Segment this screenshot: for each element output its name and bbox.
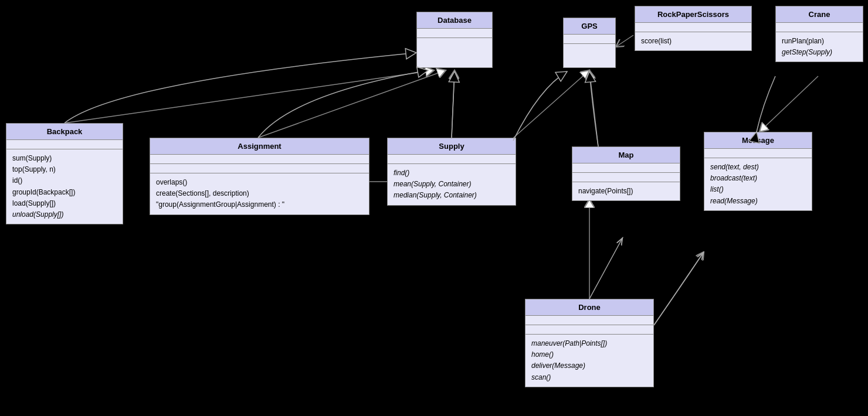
method-top: top(Supply, n) [12, 164, 117, 175]
method-unload: unload(Supply[]) [12, 209, 117, 220]
method-find: find() [394, 168, 510, 179]
method-scan: scan() [531, 372, 647, 383]
svg-line-6 [654, 252, 704, 325]
class-backpack-header: Backpack [6, 124, 123, 140]
svg-line-4 [589, 70, 598, 146]
class-assignment-methods: overlaps() create(Sections[], descriptio… [150, 173, 369, 214]
method-list: list() [710, 184, 806, 195]
svg-line-3 [510, 70, 589, 141]
svg-line-1 [258, 70, 446, 138]
class-rps: RockPaperScissors score(list) [635, 6, 752, 51]
class-map: Map navigate(Points[]) [572, 146, 680, 201]
method-send: send(text, dest) [710, 162, 806, 173]
class-crane-methods: runPlan(plan) getStep(Supply) [776, 32, 863, 62]
class-message: Message send(text, dest) broadcast(text)… [704, 132, 812, 211]
class-rps-header: RockPaperScissors [635, 6, 751, 23]
method-groupid: groupId(Backpack[]) [12, 187, 117, 198]
svg-line-2 [452, 70, 455, 138]
svg-line-7 [760, 76, 818, 132]
class-assignment: Assignment overlaps() create(Sections[],… [150, 138, 369, 215]
class-drone-methods: maneuver(Path|Points[]) home() deliver(M… [525, 335, 653, 387]
method-home: home() [531, 349, 647, 360]
method-load: load(Supply[]) [12, 198, 117, 209]
method-runplan: runPlan(plan) [782, 36, 857, 47]
class-message-header: Message [704, 132, 812, 149]
method-sum: sum(Supply) [12, 153, 117, 164]
class-map-methods: navigate(Points[]) [572, 182, 680, 200]
method-median: median(Supply, Container) [394, 190, 510, 201]
method-overlaps: overlaps() [156, 177, 363, 188]
class-message-methods: send(text, dest) broadcast(text) list() … [704, 158, 812, 210]
class-drone: Drone maneuver(Path|Points[]) home() del… [525, 299, 654, 387]
method-score: score(list) [641, 36, 745, 47]
class-gps: GPS [563, 18, 616, 68]
class-supply: Supply find() mean(Supply, Container) me… [387, 138, 516, 206]
class-backpack: Backpack sum(Supply) top(Supply, n) id()… [6, 123, 123, 224]
class-gps-header: GPS [564, 18, 615, 35]
svg-line-8 [616, 35, 633, 47]
method-read: read(Message) [710, 196, 806, 207]
class-drone-header: Drone [525, 299, 653, 316]
method-broadcast: broadcast(text) [710, 173, 806, 184]
class-crane: Crane runPlan(plan) getStep(Supply) [775, 6, 863, 62]
class-supply-methods: find() mean(Supply, Container) median(Su… [388, 164, 516, 205]
class-assignment-header: Assignment [150, 138, 369, 155]
svg-line-0 [65, 70, 434, 123]
method-mean: mean(Supply, Container) [394, 179, 510, 190]
class-backpack-methods: sum(Supply) top(Supply, n) id() groupId(… [6, 149, 123, 224]
method-getstep: getStep(Supply) [782, 47, 857, 58]
method-deliver: deliver(Message) [531, 360, 647, 371]
method-navigate: navigate(Points[]) [578, 186, 674, 197]
class-rps-methods: score(list) [635, 32, 751, 50]
class-crane-header: Crane [776, 6, 863, 23]
class-database: Database [416, 12, 493, 68]
method-create: create(Sections[], description) [156, 188, 363, 199]
diagram-container: Database GPS RockPaperScissors score(lis… [0, 0, 868, 416]
class-map-header: Map [572, 147, 680, 163]
class-database-header: Database [417, 12, 492, 29]
method-group: "group(AssignmentGroup|Assignment) : " [156, 199, 363, 210]
method-maneuver: maneuver(Path|Points[]) [531, 338, 647, 349]
class-supply-header: Supply [388, 138, 516, 155]
method-id: id() [12, 175, 117, 186]
